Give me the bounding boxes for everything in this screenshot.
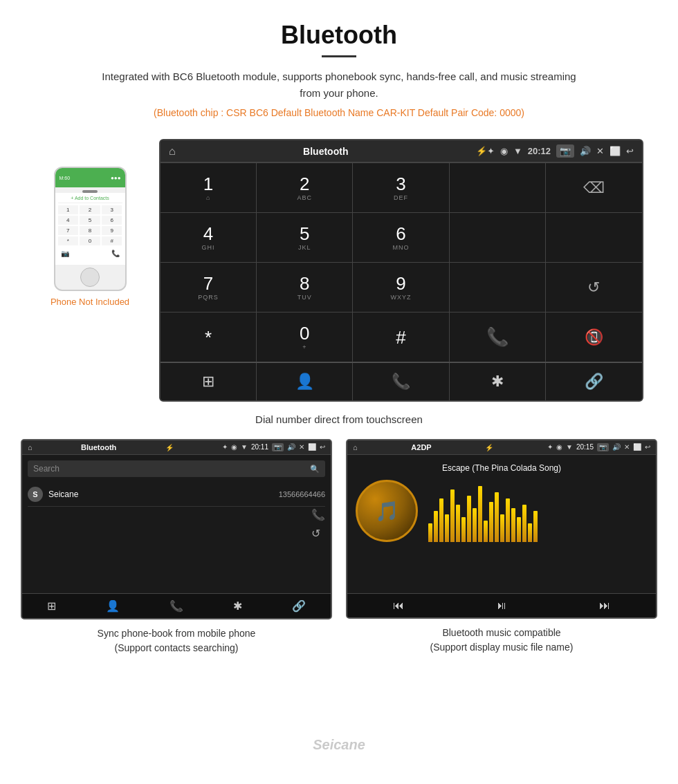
end-call-icon: 📵 — [585, 328, 603, 346]
call-green-icon: 📞 — [486, 326, 508, 348]
music-bar-10 — [478, 486, 482, 542]
dialpad-empty-2 — [546, 213, 642, 263]
music-bar-9 — [473, 508, 477, 543]
music-bar-17 — [517, 517, 521, 542]
back-icon-music[interactable]: ↩ — [645, 443, 650, 451]
seicane-watermark: Seicane — [313, 737, 365, 753]
page-specs: (Bluetooth chip : CSR BC6 Default Blueto… — [14, 107, 664, 118]
dialpad-key-4[interactable]: 4 GHI — [161, 213, 257, 263]
search-placeholder: Search — [33, 464, 59, 474]
pb-phone-icon[interactable]: 📞 — [170, 599, 183, 613]
dialpad-key-star[interactable]: * — [161, 312, 257, 362]
bottom-screenshots: ⌂ Bluetooth ⚡ ✦ ◉ ▼ 20:11 📷 🔊 ✕ ⬜ ↩ — [0, 439, 678, 655]
close-icon[interactable]: ✕ — [596, 146, 604, 156]
phone-not-included-label: Phone Not Included — [51, 297, 129, 307]
car-screen-dial: ⌂ Bluetooth ⚡ ✦ ◉ ▼ 20:12 📷 🔊 ✕ ⬜ ↩ 1 ⌂ — [159, 139, 643, 402]
delete-icon: ⌫ — [583, 179, 605, 197]
home-icon-music[interactable]: ⌂ — [353, 443, 358, 451]
dialpad-key-0[interactable]: 0 + — [257, 312, 353, 362]
bluetooth-status-icon: ✦ — [487, 146, 495, 156]
dialpad-grid: 1 ⌂ 2 ABC 3 DEF ⌫ 4 GHI 5 JKL — [161, 162, 642, 362]
dialpad-key-7[interactable]: 7 PQRS — [161, 263, 257, 312]
pb-contacts-icon[interactable]: 👤 — [106, 599, 120, 613]
win-icon-music[interactable]: ⬜ — [633, 443, 641, 451]
pb-dialpad-icon[interactable]: ⊞ — [47, 599, 56, 613]
music-bar-13 — [495, 492, 499, 542]
music-screen-header: ⌂ A2DP ⚡ ✦ ◉ ▼ 20:15 📷 🔊 ✕ ⬜ ↩ — [347, 440, 656, 455]
prev-track-icon[interactable]: ⏮ — [393, 599, 404, 612]
dial-caption: Dial number direct from touchscreen — [0, 413, 678, 425]
cam-icon-music[interactable]: 📷 — [597, 443, 609, 451]
window-icon[interactable]: ⬜ — [610, 146, 621, 156]
win-icon-small[interactable]: ⬜ — [308, 443, 316, 451]
main-dial-section: M:60 ●●● + Add to Contacts 123 456 789 *… — [0, 132, 678, 405]
car-header-right-icons: ✦ ◉ ▼ 20:12 📷 🔊 ✕ ⬜ ↩ — [487, 144, 634, 158]
phone-screen: + Add to Contacts 123 456 789 *0# 📷 📞 — [55, 193, 125, 265]
contact-name: Seicane — [48, 489, 273, 499]
home-icon[interactable]: ⌂ — [169, 145, 176, 158]
music-screen-wrap: ⌂ A2DP ⚡ ✦ ◉ ▼ 20:15 📷 🔊 ✕ ⬜ ↩ Escape (T… — [346, 439, 657, 655]
music-bar-2 — [434, 511, 438, 542]
phonebook-screen-wrap: ⌂ Bluetooth ⚡ ✦ ◉ ▼ 20:11 📷 🔊 ✕ ⬜ ↩ — [21, 439, 332, 655]
music-bottom-bar: ⏮ ⏯ ⏭ — [347, 593, 656, 617]
volume-icon[interactable]: 🔊 — [580, 146, 591, 156]
page-title: Bluetooth — [14, 21, 664, 50]
music-time: 20:15 — [576, 443, 594, 451]
play-pause-icon[interactable]: ⏯ — [496, 599, 507, 612]
phone-action-icon[interactable]: 📞 — [311, 508, 325, 521]
bottom-dialpad-icon[interactable]: ⊞ — [161, 363, 257, 400]
usb-icon: ⚡ — [476, 146, 487, 156]
camera-icon[interactable]: 📷 — [556, 144, 574, 158]
bottom-link-icon[interactable]: 🔗 — [546, 363, 642, 400]
close-icon-small[interactable]: ✕ — [299, 443, 304, 451]
dialpad-key-2[interactable]: 2 ABC — [257, 163, 353, 213]
phone-image-area: M:60 ●●● + Add to Contacts 123 456 789 *… — [35, 139, 145, 307]
cam-icon-small[interactable]: 📷 — [272, 443, 284, 451]
bottom-bluetooth-icon[interactable]: ✱ — [450, 363, 546, 400]
wifi-icon: ▼ — [513, 146, 522, 156]
pb-bt-icon[interactable]: ✱ — [233, 599, 242, 613]
phone-carrier: M:60 — [59, 176, 71, 180]
contact-letter: S — [28, 487, 43, 502]
refresh-action-icon[interactable]: ↺ — [311, 527, 325, 540]
dialpad-key-5[interactable]: 5 JKL — [257, 213, 353, 263]
music-screen: ⌂ A2DP ⚡ ✦ ◉ ▼ 20:15 📷 🔊 ✕ ⬜ ↩ Escape (T… — [346, 439, 657, 619]
dialpad-key-6[interactable]: 6 MNO — [353, 213, 449, 263]
music-bar-11 — [484, 521, 488, 543]
back-icon-small[interactable]: ↩ — [320, 443, 325, 451]
music-bar-15 — [506, 498, 510, 542]
dialpad-delete-key[interactable]: ⌫ — [546, 163, 642, 213]
next-track-icon[interactable]: ⏭ — [599, 599, 610, 612]
dialpad-key-hash[interactable]: # — [353, 312, 449, 362]
music-bar-12 — [489, 502, 493, 543]
pb-link-icon[interactable]: 🔗 — [292, 599, 306, 613]
dialpad-key-1[interactable]: 1 ⌂ — [161, 163, 257, 213]
home-icon-small[interactable]: ⌂ — [28, 443, 33, 451]
dialpad-key-3[interactable]: 3 DEF — [353, 163, 449, 213]
phonebook-bottom-bar: ⊞ 👤 📞 ✱ 🔗 — [22, 593, 331, 618]
vol-icon-small[interactable]: 🔊 — [287, 443, 295, 451]
bottom-contacts-icon[interactable]: 👤 — [257, 363, 353, 400]
dialpad-end-call-key[interactable]: 📵 — [546, 312, 642, 362]
phonebook-search-bar[interactable]: Search 🔍 — [28, 460, 325, 477]
car-bottom-bar: ⊞ 👤 📞 ✱ 🔗 — [161, 362, 642, 400]
music-bar-1 — [428, 523, 432, 542]
dialpad-display-area — [450, 163, 546, 213]
back-icon[interactable]: ↩ — [626, 146, 634, 156]
title-divider — [322, 55, 356, 57]
dialpad-key-9[interactable]: 9 WXYZ — [353, 263, 449, 312]
dialpad-refresh-key[interactable]: ↺ — [546, 263, 642, 312]
vol-icon-music[interactable]: 🔊 — [612, 443, 621, 451]
bluetooth-music-icon: 🎵 — [375, 500, 399, 523]
music-caption: Bluetooth music compatible (Support disp… — [430, 626, 574, 655]
music-bar-3 — [439, 498, 443, 542]
music-bar-20 — [533, 511, 538, 542]
dialpad-key-8[interactable]: 8 TUV — [257, 263, 353, 312]
contact-row[interactable]: S Seicane 13566664466 — [28, 483, 325, 507]
close-icon-music[interactable]: ✕ — [624, 443, 630, 451]
phonebook-time: 20:11 — [251, 443, 268, 451]
phonebook-screen-title: Bluetooth — [81, 443, 116, 451]
dialpad-call-key[interactable]: 📞 — [450, 312, 546, 362]
bottom-phone-icon[interactable]: 📞 — [353, 363, 449, 400]
car-header-left-icons: ⌂ — [169, 145, 176, 158]
